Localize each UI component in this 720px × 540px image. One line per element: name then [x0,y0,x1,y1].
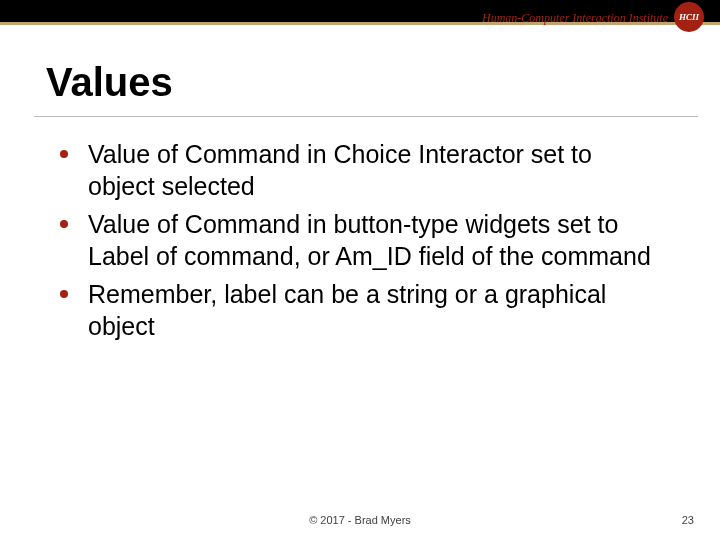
slide-title: Values [46,60,173,105]
footer-copyright: © 2017 - Brad Myers [0,514,720,526]
institute-name: Human-Computer Interaction Institute [482,11,668,26]
list-item: Value of Command in Choice Interactor se… [54,138,660,202]
title-underline [34,116,698,117]
hcii-badge-text: HCII [679,12,699,22]
page-number: 23 [682,514,694,526]
list-item: Value of Command in button-type widgets … [54,208,660,272]
bullet-list: Value of Command in Choice Interactor se… [54,138,660,348]
list-item: Remember, label can be a string or a gra… [54,278,660,342]
slide: Human-Computer Interaction Institute HCI… [0,0,720,540]
hcii-badge-icon: HCII [674,2,704,32]
header-logo: Human-Computer Interaction Institute HCI… [482,4,704,32]
